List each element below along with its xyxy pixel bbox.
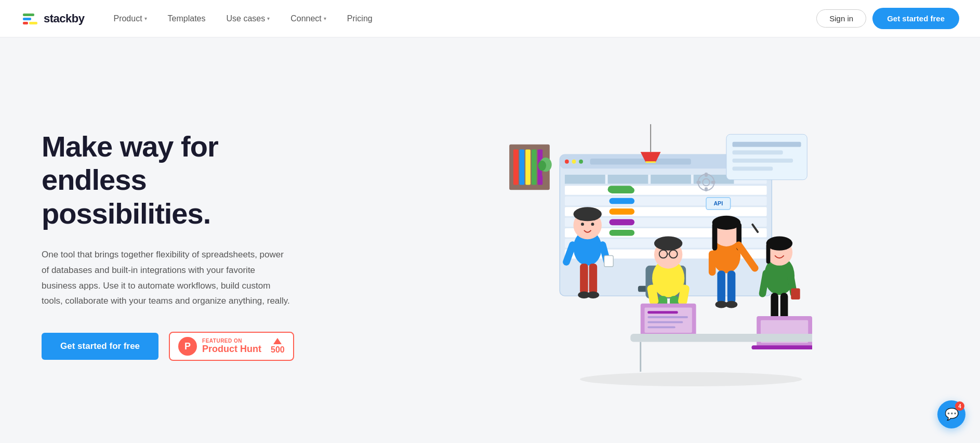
svg-rect-50 — [705, 187, 708, 191]
svg-rect-42 — [532, 149, 537, 185]
svg-rect-8 — [579, 160, 583, 164]
svg-rect-20 — [651, 175, 691, 184]
svg-rect-1 — [23, 18, 31, 20]
svg-rect-58 — [580, 264, 588, 294]
nav-actions: Sign in Get started free — [816, 8, 959, 29]
svg-rect-51 — [697, 181, 701, 184]
svg-rect-92 — [717, 271, 725, 304]
logo-text: stackby — [44, 12, 84, 25]
nav-use-cases[interactable]: Use cases ▾ — [218, 10, 279, 28]
svg-rect-27 — [609, 230, 634, 236]
svg-rect-19 — [608, 175, 648, 184]
signin-button[interactable]: Sign in — [816, 9, 866, 28]
svg-rect-102 — [766, 243, 771, 264]
svg-rect-26 — [609, 219, 634, 225]
svg-rect-6 — [565, 160, 569, 164]
svg-point-55 — [574, 207, 602, 221]
get-started-hero-button[interactable]: Get started for free — [42, 333, 158, 360]
hero-right: API — [333, 100, 938, 391]
svg-rect-25 — [609, 209, 634, 215]
chat-notification-badge: 4 — [955, 401, 964, 411]
svg-rect-31 — [733, 159, 793, 163]
svg-rect-111 — [751, 345, 812, 349]
svg-rect-12 — [565, 197, 767, 205]
svg-rect-2 — [23, 14, 34, 16]
svg-point-61 — [587, 291, 599, 298]
producthunt-badge[interactable]: P FEATURED ON Product Hunt 500 — [169, 332, 294, 361]
svg-rect-29 — [733, 142, 801, 147]
svg-rect-86 — [647, 326, 675, 328]
nav-pricing[interactable]: Pricing — [339, 10, 381, 28]
svg-text:API: API — [713, 200, 723, 206]
svg-point-70 — [654, 237, 682, 251]
svg-rect-28 — [726, 134, 807, 179]
svg-point-46 — [538, 161, 547, 171]
nav-product[interactable]: Product ▾ — [105, 10, 155, 28]
svg-rect-32 — [733, 166, 773, 171]
hero-section: Make way for endless possibilities. One … — [0, 37, 980, 443]
chevron-down-icon-2: ▾ — [267, 16, 270, 21]
stackby-logo-icon — [21, 9, 39, 28]
svg-point-56 — [581, 223, 584, 226]
svg-rect-90 — [712, 223, 718, 250]
svg-rect-11 — [565, 186, 767, 194]
producthunt-votes: 500 — [271, 338, 285, 355]
chat-widget[interactable]: 💬 4 — [937, 400, 965, 428]
hero-illustration: API — [459, 100, 812, 391]
logo-link[interactable]: stackby — [21, 9, 84, 28]
svg-rect-52 — [711, 181, 716, 184]
producthunt-text: FEATURED ON Product Hunt — [202, 338, 261, 355]
svg-rect-30 — [733, 150, 783, 154]
svg-rect-41 — [525, 149, 531, 185]
nav-connect[interactable]: Connect ▾ — [282, 10, 335, 28]
svg-rect-85 — [647, 321, 683, 323]
hero-title: Make way for endless possibilities. — [42, 130, 312, 230]
producthunt-icon: P — [178, 337, 197, 356]
svg-rect-3 — [29, 22, 37, 24]
get-started-nav-button[interactable]: Get started free — [872, 8, 959, 29]
svg-rect-59 — [589, 264, 598, 294]
svg-point-116 — [580, 372, 802, 386]
svg-rect-113 — [630, 334, 812, 342]
svg-rect-84 — [647, 316, 688, 318]
svg-point-57 — [591, 223, 594, 226]
svg-point-95 — [725, 301, 737, 308]
nav-links: Product ▾ Templates Use cases ▾ Connect … — [105, 10, 816, 28]
svg-rect-39 — [513, 149, 519, 185]
chevron-down-icon: ▾ — [144, 16, 147, 21]
navbar: stackby Product ▾ Templates Use cases ▾ … — [0, 0, 980, 37]
svg-rect-109 — [791, 289, 800, 299]
nav-templates[interactable]: Templates — [160, 10, 214, 28]
hero-left: Make way for endless possibilities. One … — [42, 130, 312, 361]
svg-rect-93 — [727, 271, 736, 304]
upvote-arrow-icon — [273, 338, 282, 344]
svg-rect-24 — [609, 198, 634, 204]
svg-rect-49 — [705, 173, 708, 177]
svg-rect-40 — [520, 149, 525, 185]
svg-rect-7 — [572, 160, 576, 164]
svg-rect-64 — [604, 255, 613, 266]
hero-description: One tool that brings together flexibilit… — [42, 247, 291, 309]
svg-rect-9 — [590, 159, 691, 165]
hero-actions: Get started for free P FEATURED ON Produ… — [42, 332, 312, 361]
svg-rect-0 — [23, 22, 28, 24]
svg-rect-83 — [647, 311, 678, 314]
svg-rect-23 — [609, 187, 634, 193]
chevron-down-icon-3: ▾ — [324, 16, 326, 21]
svg-rect-18 — [565, 175, 605, 184]
svg-rect-98 — [709, 251, 716, 276]
